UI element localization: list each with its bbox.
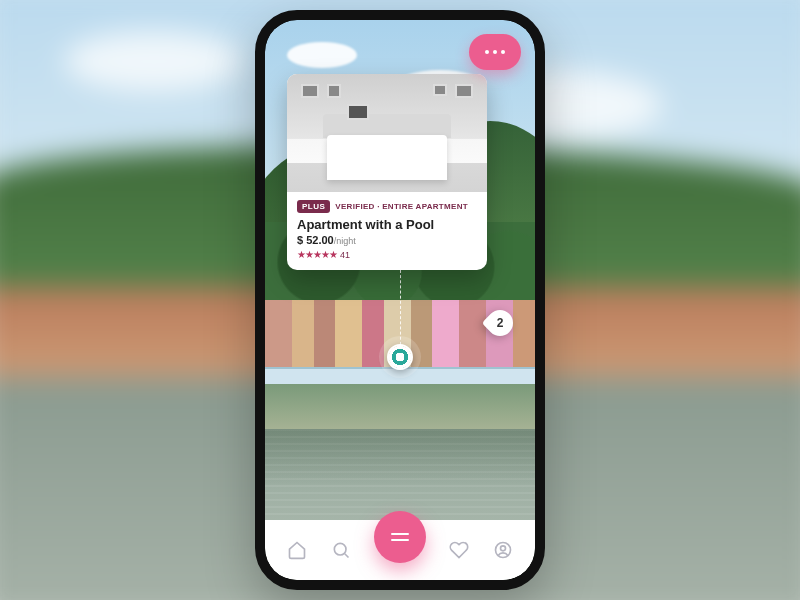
nav-camera-button[interactable]	[374, 511, 426, 563]
location-marker[interactable]	[387, 344, 413, 370]
review-count: 41	[340, 250, 350, 260]
price-value: 52.00	[306, 234, 334, 246]
card-connector-line	[400, 270, 401, 350]
cluster-marker[interactable]: 2	[482, 305, 519, 342]
search-icon	[331, 540, 351, 560]
svg-point-3	[501, 546, 506, 551]
listing-rating: ★★★★★ 41	[297, 249, 477, 260]
listing-photo	[287, 74, 487, 192]
nav-home-button[interactable]	[286, 539, 308, 561]
cluster-count: 2	[487, 310, 513, 336]
more-icon	[485, 50, 505, 54]
phone-screen: PLUS VERIFIED · ENTIRE APARTMENT Apartme…	[265, 20, 535, 580]
nav-profile-button[interactable]	[492, 539, 514, 561]
plus-badge: PLUS	[297, 200, 330, 213]
menu-icon	[391, 533, 409, 541]
currency-symbol: $	[297, 234, 303, 246]
nav-favorites-button[interactable]	[448, 539, 470, 561]
svg-point-0	[334, 543, 346, 555]
svg-line-1	[345, 554, 349, 558]
listing-card[interactable]: PLUS VERIFIED · ENTIRE APARTMENT Apartme…	[287, 74, 487, 270]
listing-price: $ 52.00/night	[297, 234, 477, 246]
heart-icon	[449, 540, 469, 560]
listing-title: Apartment with a Pool	[297, 217, 477, 232]
more-options-button[interactable]	[469, 34, 521, 70]
verified-label: VERIFIED · ENTIRE APARTMENT	[335, 202, 468, 211]
bottom-nav	[265, 520, 535, 580]
phone-frame: PLUS VERIFIED · ENTIRE APARTMENT Apartme…	[255, 10, 545, 590]
profile-icon	[493, 540, 513, 560]
star-icons: ★★★★★	[297, 249, 337, 260]
price-per: /night	[334, 236, 356, 246]
home-icon	[287, 540, 307, 560]
nav-search-button[interactable]	[330, 539, 352, 561]
